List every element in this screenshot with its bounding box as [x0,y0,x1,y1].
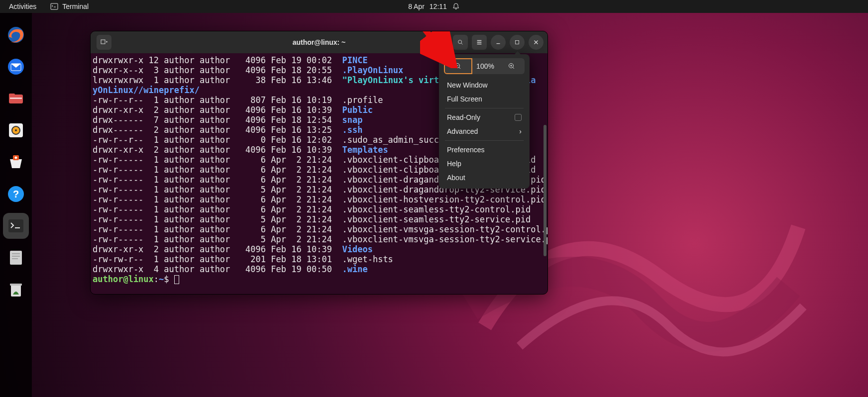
dock-trash[interactable] [3,277,29,302]
dock-terminal[interactable] [3,213,29,239]
svg-rect-13 [8,219,23,232]
hamburger-menu-popover: 100% New Window Full Screen Read-Only Ad… [439,54,530,189]
titlebar: author@linux: ~ [91,31,547,53]
topbar-app-name: Terminal [62,2,89,10]
topbar-clock[interactable]: 8 Apr 12:11 [408,2,460,10]
menu-full-screen[interactable]: Full Screen [441,92,528,106]
window-maximize-button[interactable] [510,35,525,50]
read-only-checkbox[interactable] [515,114,522,121]
svg-point-21 [458,40,462,44]
svg-rect-24 [516,41,519,44]
svg-rect-5 [9,94,15,97]
zoom-in-button[interactable] [498,58,525,74]
new-tab-button[interactable] [97,35,111,50]
menu-about[interactable]: About [441,171,528,185]
ubuntu-dock: ? [0,13,32,397]
svg-line-22 [461,43,463,45]
window-minimize-button[interactable] [491,35,506,50]
chevron-right-icon: › [519,127,522,135]
desktop: ? author@linux: ~ drwxrwxr-x 12 author a… [0,13,868,397]
dock-help[interactable]: ? [3,181,29,207]
menu-preferences[interactable]: Preferences [441,143,528,157]
terminal-window: author@linux: ~ drwxrwxr-x 12 author aut… [90,31,548,295]
headerbar-search-button[interactable] [453,35,468,50]
svg-line-26 [459,67,460,69]
svg-text:?: ? [13,189,19,199]
svg-rect-0 [51,3,58,9]
zoom-out-button[interactable] [444,58,472,74]
zoom-level-label[interactable]: 100% [472,58,499,74]
terminal-icon [50,2,58,10]
menu-read-only[interactable]: Read-Only [441,110,528,124]
bell-icon [452,2,460,10]
dock-thunderbird[interactable] [3,54,29,80]
window-close-button[interactable] [529,35,543,50]
topbar-app-indicator[interactable]: Terminal [50,2,89,10]
svg-point-9 [15,129,17,131]
gnome-top-bar: Activities Terminal 8 Apr 12:11 . [0,0,868,13]
svg-rect-20 [101,40,105,44]
menu-new-window[interactable]: New Window [441,78,528,92]
dock-software[interactable] [3,149,29,175]
window-title: author@linux: ~ [293,38,346,46]
svg-rect-18 [11,285,21,297]
svg-rect-19 [10,284,22,286]
menu-help[interactable]: Help [441,157,528,171]
svg-rect-6 [10,98,22,99]
dock-firefox[interactable] [3,22,29,48]
dock-files[interactable] [3,86,29,111]
menu-advanced[interactable]: Advanced› [441,124,528,138]
svg-rect-14 [10,251,22,265]
dock-texteditor[interactable] [3,245,29,271]
dock-rhythmbox[interactable] [3,117,29,143]
activities-button[interactable]: Activities [9,2,36,10]
hamburger-menu-button[interactable] [472,35,487,50]
svg-line-29 [513,67,514,69]
